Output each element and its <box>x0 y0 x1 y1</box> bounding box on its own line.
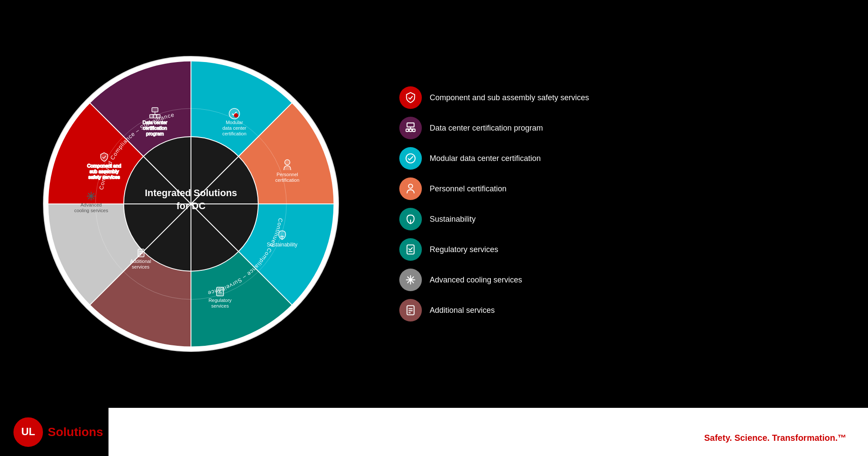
footer-white-space <box>108 408 868 456</box>
svg-rect-55 <box>407 123 414 127</box>
svg-rect-58 <box>406 129 409 131</box>
legend-label-cooling: Advanced cooling services <box>430 276 522 285</box>
svg-rect-60 <box>413 129 415 131</box>
svg-text:Additional: Additional <box>130 259 151 264</box>
legend-icon-datacenter <box>399 117 422 139</box>
footer-tagline: Safety. Science. Transformation.™ <box>704 433 846 443</box>
svg-text:safety services: safety services <box>89 174 120 180</box>
footer-logo-area: UL Solutions <box>0 417 108 447</box>
legend-icon-regulatory <box>399 238 422 261</box>
svg-text:Integrated Solutions: Integrated Solutions <box>145 187 237 198</box>
legend-label-sustainability: Sustainability <box>430 215 476 224</box>
legend-label-personnel: Personnel certification <box>430 184 506 194</box>
legend-item-component: Component and sub assembly safety servic… <box>399 86 589 109</box>
legend-icon-personnel <box>399 177 422 200</box>
ul-logo: UL <box>13 417 43 447</box>
svg-rect-70 <box>407 306 414 315</box>
svg-text:Regulatory: Regulatory <box>208 298 232 303</box>
svg-text:sub assembly: sub assembly <box>89 169 119 174</box>
svg-text:services: services <box>211 303 229 308</box>
legend-item-personnel: Personnel certification <box>399 177 589 200</box>
legend-list: Component and sub assembly safety servic… <box>399 86 589 321</box>
svg-text:data center: data center <box>222 125 246 131</box>
legend-item-datacenter: Data center certification program <box>399 117 589 139</box>
svg-point-30 <box>234 113 238 118</box>
legend-label-datacenter: Data center certification program <box>430 124 543 133</box>
wheel-diagram: Continued Compliance – Surveillance Cont… <box>35 48 347 360</box>
legend-item-additional: Additional services <box>399 299 589 321</box>
svg-text:certification: certification <box>222 131 247 136</box>
legend-item-sustainability: Sustainability <box>399 208 589 230</box>
svg-text:Personnel: Personnel <box>276 172 298 177</box>
solutions-label: Solutions <box>48 425 103 439</box>
legend-item-cooling: Advanced cooling services <box>399 269 589 291</box>
svg-text:Modular: Modular <box>226 120 243 125</box>
footer: UL Solutions Safety. Science. Transforma… <box>0 408 868 456</box>
svg-rect-59 <box>409 129 412 131</box>
svg-text:Advanced: Advanced <box>81 202 102 207</box>
svg-point-69 <box>410 279 412 281</box>
svg-rect-20 <box>152 108 158 112</box>
svg-text:program: program <box>146 131 164 136</box>
legend-item-regulatory: Regulatory services <box>399 238 589 261</box>
svg-rect-24 <box>153 115 157 118</box>
legend-icon-cooling <box>399 269 422 291</box>
svg-rect-23 <box>150 115 153 118</box>
legend-label-component: Component and sub assembly safety servic… <box>430 93 589 102</box>
legend-icon-component <box>399 86 422 109</box>
svg-text:certification: certification <box>275 177 299 183</box>
svg-point-62 <box>408 184 412 188</box>
svg-text:Data center: Data center <box>143 120 168 125</box>
legend-label-additional: Additional services <box>430 306 495 315</box>
main-area: Continued Compliance – Surveillance Cont… <box>0 0 868 408</box>
svg-text:for DC: for DC <box>176 200 205 211</box>
svg-text:UL: UL <box>21 426 35 437</box>
svg-rect-42 <box>138 249 144 257</box>
svg-rect-25 <box>157 115 160 118</box>
svg-text:Component and: Component and <box>87 163 121 168</box>
svg-text:services: services <box>132 264 150 269</box>
legend-icon-additional <box>399 299 422 321</box>
svg-point-34 <box>285 160 290 165</box>
legend-label-modular: Modular data center certification <box>430 154 541 163</box>
legend-item-modular: Modular data center certification <box>399 147 589 170</box>
legend-icon-modular <box>399 147 422 170</box>
svg-text:certification: certification <box>143 125 167 131</box>
legend-label-regulatory: Regulatory services <box>430 245 498 254</box>
svg-text:cooling services: cooling services <box>74 208 108 213</box>
svg-point-52 <box>90 195 92 197</box>
svg-text:Sustainability: Sustainability <box>267 242 298 248</box>
legend-icon-sustainability <box>399 208 422 230</box>
